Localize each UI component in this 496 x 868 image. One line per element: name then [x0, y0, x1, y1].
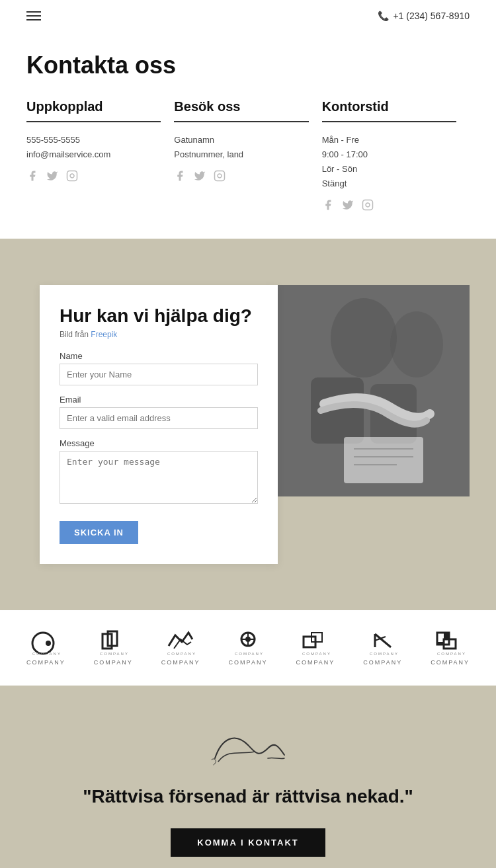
col3-line2: 9:00 - 17:00 [322, 147, 456, 162]
logo-label-2: COMPANY [94, 659, 133, 666]
col2-heading: Besök oss [174, 99, 308, 114]
col3-social-icons [322, 199, 456, 212]
svg-rect-38 [437, 642, 444, 645]
facebook-icon[interactable] [26, 170, 40, 183]
phone-icon: 📞 [378, 11, 389, 21]
email-input[interactable] [60, 407, 258, 429]
logo-item-4: COMPANY COMPANY [229, 630, 268, 666]
contact-col-besok: Besök oss Gatunamn Postnummer, land [174, 99, 321, 212]
name-label: Name [60, 351, 258, 361]
message-group: Message [60, 438, 258, 506]
col3-heading: Kontorstid [322, 99, 456, 114]
col2-social-icons [174, 170, 308, 183]
logo-item-1: COMPANY COMPANY [26, 630, 65, 666]
form-section: Hur kan vi hjälpa dig? Bild från Freepik… [0, 239, 496, 610]
bild-fran: Bild från Freepik [60, 330, 258, 339]
form-card: Hur kan vi hjälpa dig? Bild från Freepik… [40, 285, 278, 564]
logo-item-3: COMPANY COMPANY [161, 630, 200, 666]
logo-label-7: COMPANY [431, 659, 470, 666]
col2-instagram-icon[interactable] [214, 170, 227, 183]
svg-rect-0 [67, 171, 77, 181]
twitter-icon[interactable] [46, 170, 60, 183]
col3-line1: Mån - Fre [322, 133, 456, 147]
form-section-inner: Hur kan vi hjälpa dig? Bild från Freepik… [0, 285, 496, 564]
col3-facebook-icon[interactable] [322, 199, 335, 212]
col2-facebook-icon[interactable] [174, 170, 187, 183]
col1-line2: info@mailservice.com [26, 147, 161, 162]
svg-text:COMPANY: COMPANY [100, 652, 129, 656]
page-title: Kontakta oss [26, 52, 470, 79]
logo-label-1: COMPANY [26, 659, 65, 666]
quote-text: "Rättvisa försenad är rättvisa nekad." [26, 785, 470, 809]
contact-section: Kontakta oss Uppkopplad 555-555-5555 inf… [0, 32, 496, 239]
svg-text:COMPANY: COMPANY [32, 652, 62, 656]
svg-rect-2 [215, 171, 225, 181]
email-group: Email [60, 395, 258, 429]
svg-text:COMPANY: COMPANY [167, 652, 196, 656]
svg-point-8 [331, 298, 397, 377]
col3-line4: Stängt [322, 177, 456, 191]
logo-item-7: COMPANY COMPANY [431, 630, 470, 666]
logo-label-6: COMPANY [363, 659, 402, 666]
svg-rect-37 [444, 633, 449, 639]
svg-text:COMPANY: COMPANY [235, 652, 264, 656]
logo-icon-5: COMPANY [300, 630, 331, 656]
svg-point-9 [390, 311, 443, 377]
logo-icon-2: COMPANY [97, 630, 129, 656]
logo-icon-7: COMPANY [434, 630, 466, 656]
logo-item-5: COMPANY COMPANY [296, 630, 335, 666]
col3-instagram-icon[interactable] [362, 199, 375, 212]
svg-line-32 [375, 634, 391, 647]
logo-label-5: COMPANY [296, 659, 335, 666]
svg-point-17 [46, 641, 51, 646]
name-group: Name [60, 351, 258, 385]
logo-label-3: COMPANY [161, 659, 200, 666]
message-label: Message [60, 438, 258, 448]
col1-heading: Uppkopplad [26, 99, 161, 114]
logo-icon-3: COMPANY [165, 630, 196, 656]
form-heading: Hur kan vi hjälpa dig? [60, 305, 258, 327]
logo-icon-1: COMPANY [30, 630, 62, 656]
svg-text:COMPANY: COMPANY [302, 652, 331, 656]
svg-rect-4 [362, 200, 372, 210]
hamburger-menu[interactable] [26, 11, 41, 20]
col2-line1: Gatunamn [174, 133, 308, 147]
logos-section: COMPANY COMPANY COMPANY COMPANY COMPANY … [0, 610, 496, 686]
name-input[interactable] [60, 364, 258, 385]
col3-line3: Lör - Sön [322, 162, 456, 177]
contact-col-kontorstid: Kontorstid Mån - Fre 9:00 - 17:00 Lör - … [322, 99, 470, 212]
logo-label-4: COMPANY [229, 659, 268, 666]
contact-col-uppkopplad: Uppkopplad 555-555-5555 info@mailservice… [26, 99, 174, 212]
submit-button[interactable]: SKICKA IN [60, 521, 138, 544]
email-label: Email [60, 395, 258, 405]
instagram-icon[interactable] [66, 170, 79, 183]
svg-rect-12 [344, 437, 423, 483]
handshake-image [258, 285, 470, 496]
phone-link[interactable]: 📞 +1 (234) 567-8910 [378, 11, 470, 21]
logo-item-6: COMPANY COMPANY [363, 630, 402, 666]
logo-icon-4: COMPANY [232, 630, 264, 656]
logo-item-2: COMPANY COMPANY [94, 630, 133, 666]
col2-twitter-icon[interactable] [194, 170, 207, 183]
col1-social-icons [26, 170, 161, 183]
contact-button[interactable]: KOMMA I KONTAKT [171, 828, 325, 857]
svg-text:COMPANY: COMPANY [437, 652, 466, 656]
svg-text:COMPANY: COMPANY [370, 652, 399, 656]
header: 📞 +1 (234) 567-8910 [0, 0, 496, 32]
phone-number: +1 (234) 567-8910 [393, 11, 470, 21]
col3-twitter-icon[interactable] [342, 199, 355, 212]
col2-line2: Postnummer, land [174, 147, 308, 162]
quote-section: "Rättvisa försenad är rättvisa nekad." K… [0, 686, 496, 868]
contact-columns: Uppkopplad 555-555-5555 info@mailservice… [26, 99, 470, 212]
freepik-link[interactable]: Freepik [91, 330, 117, 339]
col1-line1: 555-555-5555 [26, 133, 161, 147]
logo-icon-6: COMPANY [367, 630, 399, 656]
message-textarea[interactable] [60, 451, 258, 504]
signature-image [202, 725, 294, 771]
